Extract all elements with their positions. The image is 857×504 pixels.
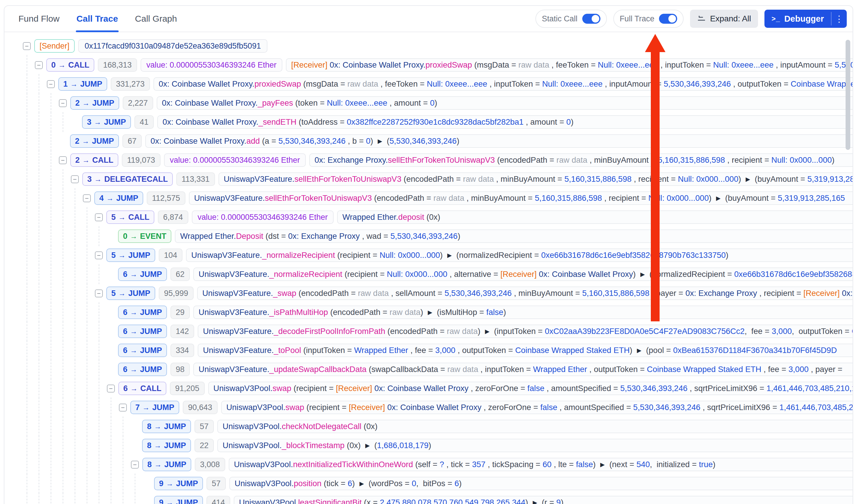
call-text-segment: UniswapV3Feature. bbox=[203, 327, 274, 336]
call-type-badge[interactable]: 8→JUMP bbox=[142, 420, 191, 433]
value-badge: value: 0.000005530346393246 Ether bbox=[164, 153, 306, 167]
tab-call-graph[interactable]: Call Graph bbox=[135, 6, 177, 32]
call-signature[interactable]: UniswapV3Feature._swap (encodedPath = ra… bbox=[197, 286, 853, 300]
collapse-toggle[interactable]: − bbox=[83, 194, 91, 202]
call-signature[interactable]: UniswapV3Feature._decodeFirstPoolInfoFro… bbox=[198, 325, 853, 338]
call-type-badge[interactable]: 3→DELEGATECALL bbox=[82, 172, 173, 186]
call-signature[interactable]: UniswapV3Pool.position (tick = 6) ▶ (wor… bbox=[229, 477, 853, 490]
collapse-toggle[interactable]: − bbox=[119, 404, 127, 412]
switch-knob bbox=[668, 15, 676, 22]
full-trace-toggle[interactable]: Full Trace bbox=[613, 10, 684, 28]
static-call-toggle[interactable]: Static Call bbox=[535, 10, 607, 28]
call-signature[interactable]: 0x: Coinbase Wallet Proxy.add (a = 5,530… bbox=[145, 134, 853, 148]
call-type-badge[interactable]: 6→JUMP bbox=[118, 306, 167, 319]
collapse-toggle[interactable]: − bbox=[95, 213, 103, 221]
call-signature[interactable]: UniswapV3Feature._updateSwapCallbackData… bbox=[193, 363, 853, 376]
call-type-badge[interactable]: 1→JUMP bbox=[58, 77, 107, 91]
sender-address[interactable]: 0x117fcacd9f0310a09487de52ea363e89d5fb50… bbox=[78, 39, 267, 53]
indent-guide bbox=[75, 416, 75, 436]
debugger-menu-button[interactable]: ⋮ bbox=[831, 10, 847, 28]
call-type-badge[interactable]: 9→JUMP bbox=[154, 496, 203, 504]
call-signature[interactable]: UniswapV3Pool.leastSignificantBit (x = 2… bbox=[234, 496, 853, 504]
call-type-badge[interactable]: 8→JUMP bbox=[142, 439, 191, 452]
call-text-segment: ) bbox=[370, 136, 375, 146]
collapse-toggle[interactable]: − bbox=[23, 42, 31, 50]
call-text-segment: 5,530,346,393,246 bbox=[633, 403, 700, 412]
call-text-segment: (recipient = bbox=[335, 250, 380, 260]
call-text-segment: Null: 0xeee...eee bbox=[542, 79, 603, 89]
call-text-segment: , inputAmount = bbox=[603, 79, 664, 89]
debugger-main[interactable]: >_ Debugger bbox=[764, 10, 831, 28]
switch-knob bbox=[592, 15, 599, 22]
indent-guide bbox=[75, 379, 75, 398]
call-type-badge[interactable]: 2→JUMP bbox=[70, 134, 119, 148]
debugger-button[interactable]: >_ Debugger ⋮ bbox=[764, 10, 847, 28]
call-text-segment: position bbox=[294, 479, 322, 488]
call-type-badge[interactable]: 6→CALL bbox=[118, 382, 166, 395]
collapse-toggle[interactable]: − bbox=[47, 80, 55, 88]
call-type-badge[interactable]: 3→JUMP bbox=[82, 115, 131, 129]
indent-guide bbox=[87, 341, 87, 360]
call-text-segment: ) bbox=[428, 441, 431, 450]
call-type-badge[interactable]: 6→JUMP bbox=[118, 344, 167, 357]
call-signature[interactable]: 0x: Coinbase Wallet Proxy._sendETH (toAd… bbox=[157, 115, 853, 129]
tab-call-trace[interactable]: Call Trace bbox=[77, 6, 118, 32]
tab-fund-flow[interactable]: Fund Flow bbox=[18, 6, 60, 32]
call-text-segment: , inputAmount = bbox=[774, 60, 835, 70]
call-type-badge[interactable]: 9→JUMP bbox=[154, 477, 203, 490]
call-signature[interactable]: 0x: Coinbase Wallet Proxy._payFees (toke… bbox=[157, 96, 853, 110]
call-signature[interactable]: 0x: Exchange Proxy.sellEthForTokenToUnis… bbox=[309, 153, 853, 167]
call-type-badge[interactable]: 2→JUMP bbox=[70, 96, 119, 110]
gas-badge: 67 bbox=[122, 134, 142, 148]
call-type-badge[interactable]: 0→CALL bbox=[46, 58, 94, 72]
collapse-toggle[interactable]: − bbox=[95, 290, 103, 297]
call-text-segment: , wad = bbox=[360, 231, 390, 241]
call-type-badge[interactable]: 5→JUMP bbox=[106, 286, 155, 300]
call-signature[interactable]: UniswapV3Feature.sellEthForTokenToUniswa… bbox=[189, 191, 853, 205]
call-signature[interactable]: Wrapped Ether.Deposit (dst = 0x: Exchang… bbox=[175, 229, 853, 243]
call-signature[interactable]: Wrapped Ether.deposit (0x) bbox=[337, 210, 853, 224]
call-type-badge[interactable]: 5→CALL bbox=[106, 210, 154, 224]
call-text-segment: _normalizeRecipient bbox=[262, 250, 335, 260]
call-signature[interactable]: UniswapV3Pool.nextInitializedTickWithinO… bbox=[229, 458, 853, 471]
collapse-toggle[interactable]: − bbox=[71, 175, 79, 183]
collapse-toggle[interactable]: − bbox=[59, 156, 67, 164]
collapse-toggle[interactable]: − bbox=[35, 61, 43, 69]
call-type-badge[interactable]: 4→JUMP bbox=[94, 191, 143, 205]
expand-all-button[interactable]: Expand: All bbox=[690, 10, 758, 28]
indent-guide bbox=[27, 188, 27, 208]
call-type-badge[interactable]: 5→JUMP bbox=[106, 248, 155, 262]
call-signature[interactable]: [Receiver] 0x: Coinbase Wallet Proxy.pro… bbox=[286, 58, 853, 72]
indent-guide bbox=[75, 360, 75, 379]
full-trace-switch[interactable] bbox=[659, 14, 677, 24]
call-type-badge[interactable]: 6→JUMP bbox=[118, 325, 167, 338]
call-signature[interactable]: UniswapV3Feature.sellEthForTokenToUniswa… bbox=[218, 172, 853, 186]
call-signature[interactable]: UniswapV3Feature._normalizeRecipient (re… bbox=[186, 248, 853, 262]
call-type-badge[interactable]: 2→CALL bbox=[70, 153, 118, 167]
static-call-switch[interactable] bbox=[582, 14, 601, 24]
call-signature[interactable]: 0x: Coinbase Wallet Proxy.proxiedSwap (m… bbox=[153, 77, 853, 91]
call-text-segment: ? bbox=[440, 460, 444, 469]
call-text-segment: 0 bbox=[366, 136, 370, 146]
call-signature[interactable]: UniswapV3Pool.swap (recipient = [Receive… bbox=[221, 401, 853, 414]
call-text-segment: , recipient = bbox=[632, 174, 678, 184]
collapse-toggle[interactable]: − bbox=[59, 99, 67, 107]
call-type-badge[interactable]: 6→JUMP bbox=[118, 363, 167, 376]
call-text-segment bbox=[840, 289, 842, 298]
call-type-badge[interactable]: 0→EVENT bbox=[118, 229, 171, 243]
vertical-scrollbar-thumb[interactable] bbox=[845, 40, 850, 150]
arrow-right-icon: → bbox=[130, 232, 137, 241]
call-text-segment: 60 bbox=[543, 460, 552, 469]
call-signature[interactable]: UniswapV3Feature._isPathMultiHop (encode… bbox=[193, 306, 853, 319]
call-signature[interactable]: UniswapV3Feature._toPool (inputToken = W… bbox=[198, 344, 853, 357]
collapse-toggle[interactable]: − bbox=[107, 385, 115, 393]
call-signature[interactable]: UniswapV3Pool.checkNotDelegateCall (0x) bbox=[217, 420, 853, 433]
collapse-toggle[interactable]: − bbox=[131, 461, 139, 469]
call-signature[interactable]: UniswapV3Pool.swap (recipient = [Receive… bbox=[208, 382, 853, 395]
collapse-toggle[interactable]: − bbox=[95, 251, 103, 259]
call-type-badge[interactable]: 8→JUMP bbox=[142, 458, 191, 471]
call-signature[interactable]: UniswapV3Pool._blockTimestamp (0x) ▶ (1,… bbox=[217, 439, 853, 452]
call-type-badge[interactable]: 7→JUMP bbox=[130, 401, 179, 414]
call-type-badge[interactable]: 6→JUMP bbox=[118, 267, 167, 281]
call-signature[interactable]: UniswapV3Feature._normalizeRecipient (re… bbox=[193, 267, 853, 281]
